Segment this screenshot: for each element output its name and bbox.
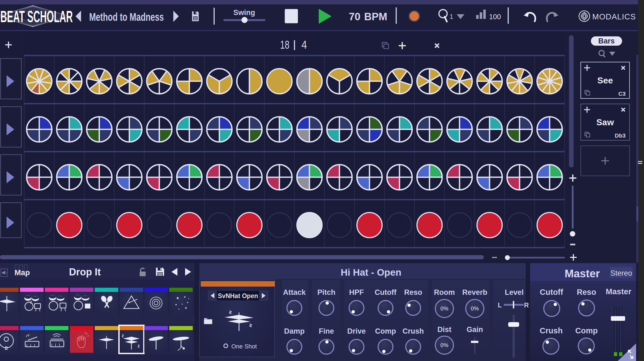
svg-text:4: 4 [301, 38, 307, 51]
svg-text:18: 18 [280, 38, 289, 51]
